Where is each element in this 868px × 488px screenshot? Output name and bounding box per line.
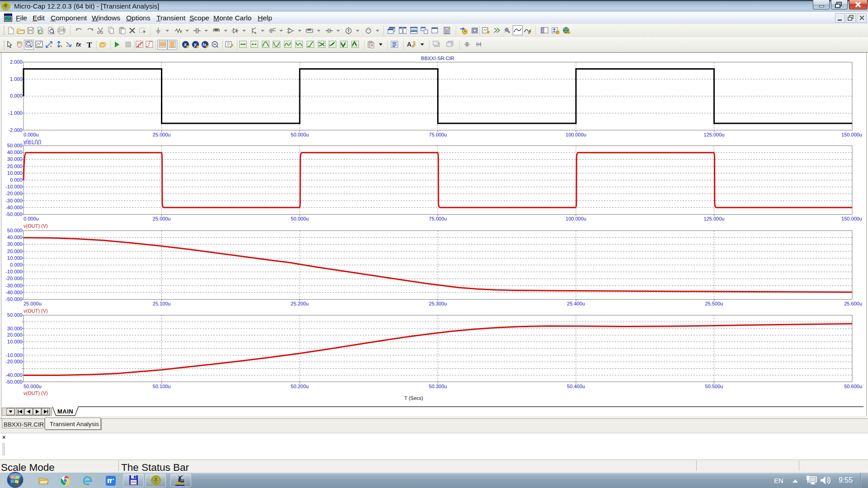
svg-text:30.000: 30.000 [7, 156, 23, 162]
svg-text:-1.000: -1.000 [8, 110, 22, 116]
svg-text:100.000u: 100.000u [566, 216, 586, 221]
svg-text:-30.000: -30.000 [5, 283, 22, 288]
svg-text:-50.000: -50.000 [5, 296, 22, 302]
svg-text:25.000u: 25.000u [24, 301, 42, 306]
svg-text:50.000: 50.000 [7, 228, 23, 233]
svg-text:-10.000: -10.000 [5, 184, 22, 189]
svg-text:25.000u: 25.000u [153, 132, 171, 137]
svg-text:-30.000: -30.000 [5, 198, 22, 203]
svg-text:v(OUT) (V): v(OUT) (V) [24, 308, 48, 314]
svg-text:50.600u: 50.600u [844, 384, 862, 389]
svg-text:-50.000: -50.000 [5, 211, 22, 217]
svg-text:-10.000: -10.000 [5, 269, 22, 274]
svg-text:-2.000: -2.000 [8, 127, 22, 133]
svg-text:50.000u: 50.000u [291, 132, 309, 137]
svg-text:0.000: 0.000 [10, 177, 23, 183]
svg-text:20.000: 20.000 [7, 164, 23, 169]
svg-text:50.300u: 50.300u [429, 384, 447, 389]
svg-text:30.000: 30.000 [7, 326, 23, 331]
svg-text:25.200u: 25.200u [291, 301, 309, 306]
svg-text:-40.000: -40.000 [5, 205, 22, 210]
svg-text:10.000: 10.000 [7, 170, 23, 176]
svg-text:100.000u: 100.000u [566, 132, 586, 137]
svg-text:20.000: 20.000 [7, 249, 23, 254]
svg-text:25.000u: 25.000u [153, 216, 171, 221]
svg-text:125.000u: 125.000u [704, 132, 725, 137]
svg-text:v(OUT) (V): v(OUT) (V) [24, 223, 48, 229]
svg-text:25.500u: 25.500u [705, 301, 723, 306]
svg-text:0.000: 0.000 [10, 93, 23, 99]
svg-text:50.000u: 50.000u [24, 384, 42, 389]
svg-text:-40.000: -40.000 [5, 290, 22, 295]
svg-text:40.000: 40.000 [7, 235, 23, 240]
svg-text:-20.000: -20.000 [5, 359, 22, 364]
svg-text:150.000u: 150.000u [841, 216, 862, 221]
svg-text:10.000: 10.000 [7, 255, 23, 261]
svg-text:-10.000: -10.000 [5, 352, 22, 358]
svg-text:v(OUT) (V): v(OUT) (V) [24, 390, 48, 396]
svg-text:0.000: 0.000 [10, 262, 23, 267]
svg-text:-40.000: -40.000 [5, 372, 22, 378]
svg-text:0.000u: 0.000u [24, 216, 39, 221]
svg-text:75.000u: 75.000u [429, 132, 447, 137]
svg-text:-20.000: -20.000 [5, 191, 22, 196]
svg-text:1.000: 1.000 [10, 76, 23, 82]
svg-text:25.300u: 25.300u [429, 301, 447, 306]
svg-text:150.000u: 150.000u [841, 132, 862, 137]
svg-text:0.000u: 0.000u [24, 132, 39, 137]
svg-text:30.000: 30.000 [7, 241, 23, 247]
svg-text:50.100u: 50.100u [153, 384, 171, 389]
svg-text:BBXXI-SR.CIR: BBXXI-SR.CIR [421, 56, 454, 61]
svg-text:T (Secs): T (Secs) [404, 395, 423, 401]
svg-text:25.400u: 25.400u [567, 301, 585, 306]
svg-text:40.000: 40.000 [7, 150, 23, 155]
svg-text:-20.000: -20.000 [5, 276, 22, 281]
svg-text:10.000: 10.000 [7, 339, 23, 344]
svg-text:125.000u: 125.000u [704, 216, 725, 221]
svg-text:50.000u: 50.000u [291, 216, 309, 221]
svg-text:12: 12 [154, 478, 159, 483]
svg-text:50.500u: 50.500u [705, 384, 723, 389]
svg-text:v(in) (V): v(in) (V) [24, 139, 41, 144]
svg-text:20.000: 20.000 [7, 332, 23, 338]
svg-text:50.000: 50.000 [7, 143, 23, 148]
svg-text:50.200u: 50.200u [291, 384, 309, 389]
svg-text:50.400u: 50.400u [567, 384, 585, 389]
svg-text:2.000: 2.000 [10, 59, 23, 65]
svg-text:-50.000: -50.000 [5, 379, 22, 385]
svg-text:25.600u: 25.600u [844, 301, 862, 306]
svg-text:MAIN: MAIN [57, 408, 73, 415]
svg-text:50.000: 50.000 [7, 312, 23, 318]
svg-text:25.100u: 25.100u [153, 301, 171, 306]
svg-text:75.000u: 75.000u [429, 216, 447, 221]
